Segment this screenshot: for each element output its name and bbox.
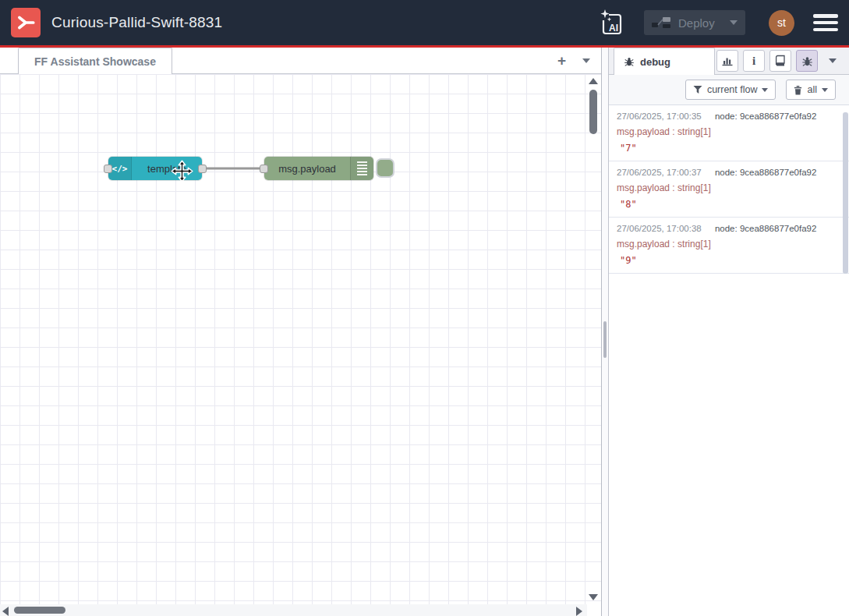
debug-node-id: node: 9cea886877e0fa92 — [715, 112, 816, 121]
debug-toolbar: current flow all — [609, 75, 849, 104]
deploy-options-caret-icon[interactable] — [730, 20, 738, 25]
debug-message: 27/06/2025, 17:00:35 node: 9cea886877e0f… — [609, 105, 849, 161]
instance-title: Curious-Pallid-Swift-8831 — [51, 14, 222, 31]
debug-enable-toggle[interactable] — [376, 158, 394, 178]
deploy-nodes-icon — [652, 16, 670, 29]
filter-caret-icon — [762, 88, 768, 92]
template-output-port[interactable] — [198, 165, 207, 173]
workspace: FF Assistant Showcase + </> template msg… — [0, 48, 602, 616]
sidebar-tab-buttons: i — [716, 48, 849, 74]
debug-input-port[interactable] — [260, 165, 268, 173]
tab-debug[interactable]: debug — [614, 48, 715, 75]
logo-fork-glyph — [16, 12, 36, 33]
debug-filter-label: current flow — [707, 84, 758, 95]
tab-debug-button[interactable] — [796, 50, 818, 72]
scroll-down-arrow-icon[interactable] — [589, 594, 598, 600]
canvas-vertical-scrollbar[interactable] — [587, 76, 600, 603]
debug-filter-button[interactable]: current flow — [685, 80, 776, 100]
add-flow-button[interactable]: + — [557, 53, 566, 69]
debug-property[interactable]: msg.payload : string[1] — [617, 182, 841, 193]
debug-message-meta: 27/06/2025, 17:00:37 node: 9cea886877e0f… — [617, 168, 841, 177]
debug-message-meta: 27/06/2025, 17:00:38 node: 9cea886877e0f… — [617, 224, 841, 233]
debug-node-id: node: 9cea886877e0fa92 — [715, 224, 816, 233]
debug-property[interactable]: msg.payload : string[1] — [617, 126, 841, 137]
debug-value: "8" — [617, 199, 841, 210]
ai-icon: AI — [599, 9, 624, 37]
flow-tabbar: FF Assistant Showcase + — [0, 48, 601, 74]
flow-list-caret-icon[interactable] — [582, 58, 590, 63]
sidebar-splitter[interactable] — [602, 48, 608, 616]
hamburger-bar — [813, 28, 838, 32]
bar-chart-icon — [721, 55, 734, 67]
book-icon — [774, 55, 787, 67]
deploy-button[interactable]: Deploy — [644, 10, 745, 35]
debug-timestamp: 27/06/2025, 17:00:35 — [617, 112, 702, 121]
debug-value: "7" — [617, 143, 841, 154]
tab-dashboard-button[interactable] — [716, 50, 738, 72]
tab-help-button[interactable] — [769, 50, 791, 72]
flowfuse-logo-icon[interactable] — [11, 8, 41, 37]
debug-node[interactable]: msg.payload — [264, 157, 373, 180]
sidebar-tabs-caret-icon[interactable] — [829, 58, 837, 63]
bug-icon — [624, 56, 635, 67]
header-actions: AI Deploy st — [599, 9, 838, 37]
debug-clear-label: all — [807, 84, 817, 95]
debug-node-id: node: 9cea886877e0fa92 — [715, 168, 816, 177]
debug-message: 27/06/2025, 17:00:37 node: 9cea886877e0f… — [609, 161, 849, 218]
template-input-port[interactable] — [104, 165, 112, 173]
debug-timestamp: 27/06/2025, 17:00:37 — [617, 168, 702, 177]
bug-icon — [801, 55, 813, 67]
sidebar-tabbar: debug i — [609, 48, 849, 75]
debug-message: 27/06/2025, 17:00:38 node: 9cea886877e0f… — [609, 218, 849, 274]
vertical-scroll-thumb[interactable] — [589, 90, 597, 134]
wire — [0, 74, 601, 616]
tab-info-button[interactable]: i — [743, 50, 765, 72]
sidebar: debug i — [608, 48, 849, 616]
info-icon: i — [752, 55, 755, 68]
trash-icon — [794, 85, 802, 95]
hamburger-bar — [813, 21, 838, 25]
node-red-app: Curious-Pallid-Swift-8831 AI Deploy — [0, 0, 849, 616]
debug-message-list: 27/06/2025, 17:00:35 node: 9cea886877e0f… — [609, 104, 849, 616]
debug-node-label: msg.payload — [264, 163, 350, 175]
deploy-label: Deploy — [678, 16, 715, 30]
flow-canvas[interactable]: </> template msg.payload — [0, 74, 601, 616]
header: Curious-Pallid-Swift-8831 AI Deploy — [0, 0, 849, 45]
clear-caret-icon — [822, 88, 828, 92]
debug-message-meta: 27/06/2025, 17:00:35 node: 9cea886877e0f… — [617, 112, 841, 121]
splitter-handle[interactable] — [603, 321, 607, 358]
horizontal-scroll-thumb[interactable] — [14, 607, 65, 614]
filter-funnel-icon — [693, 85, 702, 94]
ai-assistant-button[interactable]: AI — [599, 9, 624, 37]
main-menu-button[interactable] — [813, 14, 838, 31]
user-avatar[interactable]: st — [769, 10, 794, 36]
debug-clear-button[interactable]: all — [786, 80, 836, 100]
move-cursor-icon — [171, 160, 193, 182]
scroll-up-arrow-icon[interactable] — [589, 78, 598, 84]
debug-timestamp: 27/06/2025, 17:00:38 — [617, 224, 702, 233]
flow-tab-active[interactable]: FF Assistant Showcase — [18, 48, 172, 74]
debug-list-icon — [350, 157, 373, 180]
scroll-right-arrow-icon[interactable] — [576, 607, 582, 616]
tab-debug-label: debug — [640, 56, 670, 68]
debug-value: "9" — [617, 255, 841, 266]
debug-scrollbar-thumb[interactable] — [843, 112, 848, 274]
svg-text:AI: AI — [609, 23, 618, 34]
canvas-horizontal-scrollbar[interactable] — [0, 604, 587, 616]
debug-property[interactable]: msg.payload : string[1] — [617, 239, 841, 250]
hamburger-bar — [813, 14, 838, 18]
scroll-left-arrow-icon[interactable] — [2, 607, 9, 616]
main-area: FF Assistant Showcase + </> template msg… — [0, 48, 849, 616]
